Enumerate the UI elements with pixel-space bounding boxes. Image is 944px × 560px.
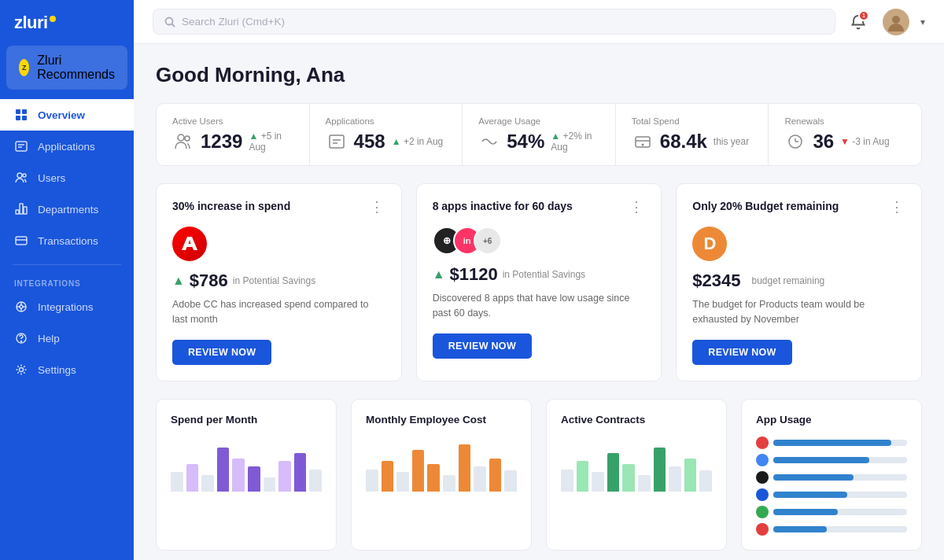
ec-bar-9: [489, 459, 502, 492]
stat-label-total-spend: Total Spend: [632, 116, 753, 126]
card-menu-budget[interactable]: ⋮: [890, 200, 905, 214]
integrations-icon: [14, 300, 28, 314]
app-usage-card: App Usage: [741, 399, 922, 551]
help-icon: [14, 331, 28, 345]
stat-label-active-users: Active Users: [172, 116, 293, 126]
savings-amount-inactive: $1120: [450, 264, 498, 285]
sidebar-item-help[interactable]: Help: [0, 322, 134, 354]
bar-9: [294, 453, 307, 492]
card-desc-spend: Adobe CC has increased spend compared to…: [172, 297, 385, 327]
stat-change-total-spend: this year: [714, 136, 749, 147]
stat-change-applications: ▲ +2 in Aug: [392, 136, 444, 147]
sidebar-item-transactions[interactable]: Transactions: [0, 225, 134, 256]
average-usage-icon: [478, 131, 500, 153]
card-title-budget: Only 20% Budget remaining: [692, 200, 839, 212]
review-now-button-spend[interactable]: REVIEW NOW: [172, 340, 271, 365]
ac-bar-6: [638, 475, 651, 492]
stat-active-users: Active Users 1239 ▲ +5 in Aug: [157, 104, 310, 165]
card-menu-spend[interactable]: ⋮: [370, 200, 385, 214]
usage-bar-fill-6: [773, 526, 827, 532]
transactions-icon: [14, 234, 28, 248]
app-stack-inactive: ⊕ in +6: [433, 227, 646, 255]
card-desc-budget: The budget for Products team would be ex…: [692, 297, 905, 327]
stat-value-applications: 458: [354, 131, 385, 153]
savings-label-inactive: in Potential Savings: [503, 269, 585, 280]
svg-rect-12: [16, 237, 27, 245]
applications-label: Applications: [38, 141, 95, 153]
svg-rect-1: [22, 109, 27, 114]
ac-bar-8: [669, 466, 681, 492]
adobe-cc-icon: [172, 227, 207, 261]
search-placeholder: Search Zluri (Cmd+K): [182, 16, 285, 28]
users-icon: [14, 171, 28, 185]
ec-bar-8: [474, 466, 486, 492]
logo-dot: [50, 16, 56, 22]
stat-value-total-spend: 68.4k: [660, 131, 707, 153]
svg-rect-11: [24, 207, 27, 214]
ec-bar-7: [459, 444, 471, 492]
integrations-label: Integrations: [38, 301, 94, 313]
search-bar[interactable]: Search Zluri (Cmd+K): [153, 9, 835, 35]
applications-icon: [14, 139, 28, 153]
sidebar-item-departments[interactable]: Departments: [0, 193, 134, 225]
greeting-text: Good Morning, Ana: [156, 63, 922, 87]
svg-point-7: [17, 173, 22, 178]
active-contracts-card: Active Contracts: [546, 399, 727, 551]
budget-amount-label: budget remaining: [752, 275, 825, 286]
insight-cards-grid: 30% increase in spend ⋮ ▲ $786 in Potent…: [156, 183, 922, 381]
bar-7: [264, 477, 276, 492]
usage-bar-fill-3: [773, 474, 854, 481]
sidebar-item-users[interactable]: Users: [0, 162, 134, 193]
main-content: Good Morning, Ana Active Users 1239 ▲ +5…: [134, 44, 944, 560]
topbar-right: 1 ▾: [845, 9, 925, 35]
card-menu-inactive[interactable]: ⋮: [629, 200, 645, 214]
svg-rect-9: [16, 210, 19, 214]
main-nav: Overview Applications Users: [0, 96, 134, 560]
applications-stat-icon: [326, 131, 348, 153]
budget-icon: D: [692, 227, 727, 261]
total-spend-icon: [632, 131, 654, 153]
app-usage-rows: [756, 437, 907, 536]
usage-bar-bg-5: [773, 509, 907, 515]
sidebar-item-settings[interactable]: Settings: [0, 354, 134, 385]
ec-bar-6: [443, 475, 455, 492]
app-usage-row-5: [756, 506, 907, 518]
stat-value-renewals: 36: [813, 131, 834, 153]
stat-value-row-average-usage: 54% ▲ +2% in Aug: [478, 131, 599, 153]
app-dot-6: [756, 523, 769, 536]
sidebar-item-integrations[interactable]: Integrations: [0, 291, 134, 322]
ec-bar-5: [427, 464, 440, 492]
review-now-button-budget[interactable]: REVIEW NOW: [692, 340, 791, 365]
help-label: Help: [38, 333, 60, 344]
user-avatar[interactable]: [883, 9, 909, 35]
avatar-chevron-icon[interactable]: ▾: [920, 17, 925, 28]
active-users-icon: [172, 131, 194, 153]
stats-row: Active Users 1239 ▲ +5 in Aug Applicatio…: [156, 103, 922, 166]
ec-bar-2: [382, 461, 394, 492]
sidebar-item-applications[interactable]: Applications: [0, 131, 134, 162]
usage-bar-fill-1: [773, 440, 891, 446]
stat-label-applications: Applications: [326, 116, 447, 126]
section-label: INTEGRATIONS: [0, 273, 134, 291]
zluri-recommends-item[interactable]: Z Zluri Recommends: [6, 46, 127, 90]
stat-value-average-usage: 54%: [507, 131, 544, 153]
avatar-img: [885, 11, 907, 33]
main-area: Search Zluri (Cmd+K) 1 ▾ Good Morning,: [134, 0, 944, 560]
svg-point-26: [892, 16, 900, 24]
app-usage-row-6: [756, 523, 907, 536]
stat-applications: Applications 458 ▲ +2 in Aug: [310, 104, 463, 165]
stat-renewals: Renewals 36 ▼ -3 in Aug: [769, 104, 921, 165]
app-usage-row-1: [756, 437, 907, 449]
card-desc-inactive: Discovered 8 apps that have low usage si…: [433, 291, 646, 321]
svg-point-28: [185, 136, 190, 141]
ac-bar-7: [654, 448, 666, 492]
notification-button[interactable]: 1: [845, 9, 872, 35]
stat-change-average-usage: ▲ +2% in Aug: [551, 131, 599, 153]
overview-label: Overview: [38, 109, 85, 121]
monthly-employee-cost-title: Monthly Employee Cost: [366, 414, 517, 426]
usage-bar-bg-3: [773, 474, 907, 481]
stat-value-row-renewals: 36 ▼ -3 in Aug: [784, 131, 905, 153]
review-now-button-inactive[interactable]: REVIEW NOW: [433, 333, 532, 359]
sidebar-item-overview[interactable]: Overview: [0, 99, 134, 131]
app-usage-row-2: [756, 454, 907, 466]
